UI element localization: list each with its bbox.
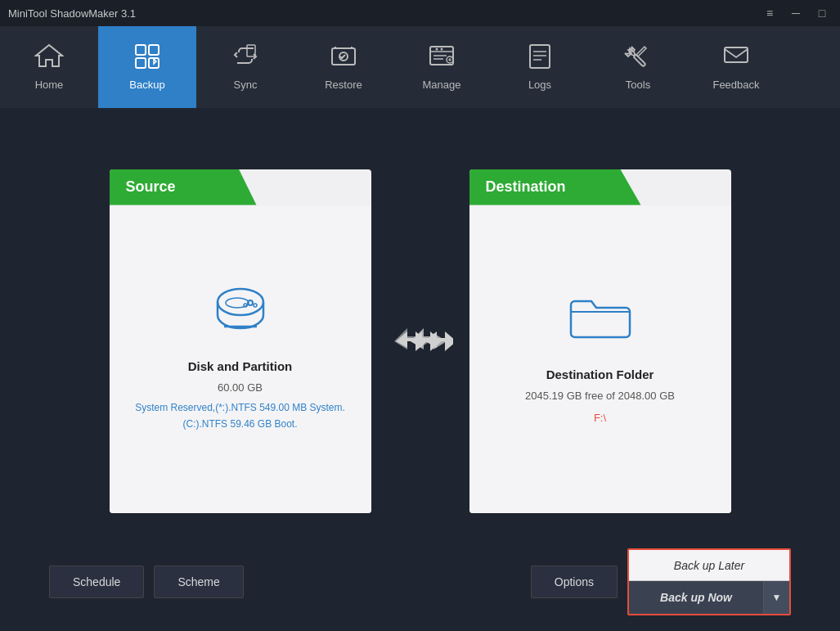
tools-icon [623,42,653,74]
svg-point-23 [226,298,249,308]
folder-icon [568,294,633,343]
home-icon [34,42,64,74]
destination-body: Destination Folder 2045.19 GB free of 20… [469,205,731,513]
bottom-left: Schedule Scheme [49,566,244,598]
svg-rect-0 [136,45,146,55]
bottom-right: Options Back up Later Back up Now ▼ [531,548,791,615]
destination-path: F:\ [594,412,606,424]
minimize-button[interactable]: ─ [786,5,806,21]
svg-rect-1 [149,45,159,55]
titlebar: MiniTool ShadowMaker 3.1 ≡ ─ □ [0,0,840,26]
cards-row: Source Disk and Partition 60.00 GB Syste… [49,133,791,549]
nav-home[interactable]: Home [0,26,98,108]
feedback-icon [721,42,751,74]
restore-button[interactable]: □ [812,5,832,21]
source-title: Disk and Partition [188,359,293,373]
restore-icon [329,42,358,74]
nav-sync[interactable]: Sync [196,26,294,108]
arrow-area [371,321,469,362]
svg-rect-14 [530,45,550,68]
manage-icon [427,42,456,74]
nav-tools-label: Tools [626,79,650,91]
window-controls: ≡ ─ □ [760,5,832,21]
nav-restore[interactable]: Restore [294,26,393,108]
scheme-button[interactable]: Scheme [154,566,243,598]
nav-backup-label: Backup [129,79,164,91]
back-up-later-button[interactable]: Back up Later [629,550,789,581]
svg-point-21 [254,304,257,307]
nav-sync-label: Sync [234,79,258,91]
navbar: Home Backup Sync [0,26,840,108]
source-header: Source [110,169,257,205]
nav-feedback[interactable]: Feedback [687,26,785,108]
back-up-now-dropdown[interactable]: ▼ [763,581,789,614]
destination-header: Destination [469,169,641,205]
source-card[interactable]: Source Disk and Partition 60.00 GB Syste… [110,169,371,513]
destination-label: Destination [486,178,566,196]
nav-home-label: Home [35,79,64,91]
nav-logs-label: Logs [528,79,551,91]
source-info: System Reserved,(*:).NTFS 549.00 MB Syst… [135,400,345,431]
source-size: 60.00 GB [218,381,263,394]
backup-group: Back up Later Back up Now ▼ [627,548,791,615]
svg-point-9 [436,47,438,50]
backup-icon [133,42,162,74]
logs-icon [525,42,555,74]
disk-icon [208,286,273,335]
bottom-bar: Schedule Scheme Options Back up Later Ba… [49,549,791,615]
svg-point-10 [441,47,443,50]
nav-manage-label: Manage [423,79,461,91]
app-title: MiniTool ShadowMaker 3.1 [8,7,136,20]
destination-title: Destination Folder [546,367,654,381]
nav-tools[interactable]: Tools [589,26,687,108]
forward-arrows-icon [388,321,453,362]
nav-feedback-label: Feedback [712,79,759,91]
nav-restore-label: Restore [325,79,362,91]
nav-backup[interactable]: Backup [98,26,196,108]
options-button[interactable]: Options [531,566,618,598]
main-content: Source Disk and Partition 60.00 GB Syste… [0,108,840,631]
back-up-now-button[interactable]: Back up Now [629,581,763,614]
destination-size: 2045.19 GB free of 2048.00 GB [525,390,675,402]
nav-manage[interactable]: Manage [393,26,491,108]
sync-icon [231,42,260,74]
menu-button[interactable]: ≡ [760,5,779,21]
svg-rect-18 [725,47,748,62]
svg-point-19 [218,289,263,315]
nav-logs[interactable]: Logs [491,26,589,108]
source-body: Disk and Partition 60.00 GB System Reser… [110,205,371,513]
source-label: Source [126,178,176,196]
destination-card[interactable]: Destination Destination Folder 2045.19 G… [469,169,731,513]
svg-rect-2 [136,58,146,68]
back-up-now-row: Back up Now ▼ [629,581,789,614]
schedule-button[interactable]: Schedule [49,566,144,598]
